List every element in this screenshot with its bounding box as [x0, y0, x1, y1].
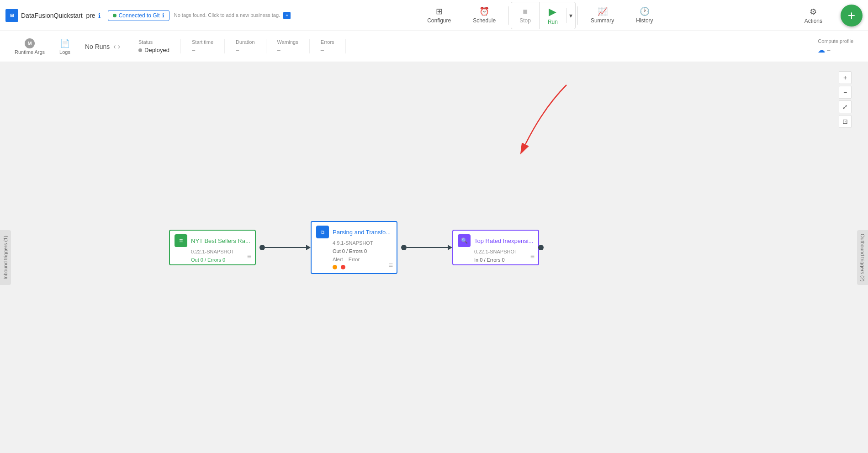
summary-button[interactable]: 📈 Summary — [580, 3, 625, 28]
run-button[interactable]: ▶ Run — [539, 2, 566, 29]
runtime-args-label: Runtime Args — [15, 49, 45, 55]
alert-label: Alert — [333, 257, 343, 262]
cloud-icon: ☁ — [818, 46, 825, 54]
inbound-trigger[interactable]: Inbound triggers (1) — [0, 230, 11, 285]
stop-button[interactable]: ■ Stop — [511, 3, 539, 27]
logs-label: Logs — [59, 49, 70, 55]
next-run-button[interactable]: › — [118, 42, 120, 51]
logs-icon: 📄 — [60, 38, 70, 48]
git-badge[interactable]: Connected to Git ℹ — [108, 10, 169, 21]
transform-node-version: 4.9.1-SNAPSHOT — [312, 240, 397, 248]
header-divider-1 — [508, 6, 509, 25]
git-status-dot — [113, 14, 116, 17]
fit-view-button[interactable]: ⤢ — [839, 100, 852, 113]
history-label: History — [636, 17, 653, 24]
source-node-version: 0.22.1-SNAPSHOT — [170, 249, 255, 256]
compute-profile-value: ☁ – — [818, 46, 830, 54]
stop-label: Stop — [519, 17, 531, 24]
connector-dot-2 — [401, 245, 407, 250]
sink-node-icon: 🔍 — [458, 234, 471, 247]
connector-line-1 — [265, 247, 306, 248]
transform-node-metrics: Out 0 / Errors 0 — [312, 248, 397, 256]
header-center: ⊞ Configure ⏰ Schedule ■ Stop ▶ Run ▾ 📈 … — [291, 2, 790, 29]
logs-button[interactable]: 📄 Logs — [52, 35, 78, 58]
sink-node-title: Top Rated Inexpensi... — [474, 237, 533, 244]
prev-run-button[interactable]: ‹ — [113, 42, 116, 51]
arrow-head-1 — [306, 245, 311, 250]
errors-label: Errors — [321, 39, 334, 45]
transform-node[interactable]: ⧉ Parsing and Transfo... 4.9.1-SNAPSHOT … — [311, 221, 397, 274]
outbound-trigger[interactable]: Outbound triggers (2) — [857, 230, 868, 285]
run-group: ■ Stop ▶ Run ▾ — [511, 2, 576, 29]
duration-value: – — [236, 47, 239, 53]
start-time-column: Start time – — [181, 39, 225, 53]
schedule-button[interactable]: ⏰ Schedule — [462, 3, 507, 28]
source-node-header: ≡ NYT Best Sellers Ra... — [170, 231, 255, 249]
duration-column: Duration – — [225, 39, 266, 53]
app-logo-icon: ⊞ — [5, 9, 18, 22]
sink-node-wrapper: 🔍 Top Rated Inexpensi... 0.22.1-SNAPSHOT… — [452, 230, 539, 265]
history-button[interactable]: 🕐 History — [625, 3, 664, 28]
start-time-label: Start time — [192, 39, 213, 45]
fab-add-button[interactable]: + — [841, 5, 863, 26]
run-dropdown-button[interactable]: ▾ — [566, 8, 575, 23]
status-dot — [138, 48, 142, 52]
configure-button[interactable]: ⊞ Configure — [416, 3, 462, 28]
header-divider-2 — [577, 6, 578, 25]
sink-node[interactable]: 🔍 Top Rated Inexpensi... 0.22.1-SNAPSHOT… — [452, 230, 539, 265]
zoom-out-button[interactable]: − — [839, 86, 852, 99]
run-icon: ▶ — [549, 6, 556, 18]
errors-column: Errors – — [310, 39, 346, 53]
sink-node-version: 0.22.1-SNAPSHOT — [453, 249, 538, 256]
add-tag-icon[interactable]: + — [283, 12, 291, 19]
arrow-head-2 — [448, 245, 452, 250]
status-value: Deployed — [138, 47, 169, 53]
status-column: Status Deployed — [127, 39, 181, 53]
source-node-title: NYT Best Sellers Ra... — [191, 237, 250, 244]
transform-node-menu-icon[interactable]: ≡ — [389, 261, 393, 269]
configure-icon: ⊞ — [436, 6, 443, 16]
connector-dot-1 — [259, 245, 265, 250]
schedule-icon: ⏰ — [479, 6, 489, 16]
connector-line-2 — [407, 247, 448, 248]
git-info-icon[interactable]: ℹ — [162, 12, 164, 19]
header-right: ⚙ Actions + — [794, 3, 863, 28]
top-header: ⊞ DataFusionQuickstart_pre ℹ Connected t… — [0, 0, 868, 31]
error-label: Error — [349, 257, 360, 262]
status-bar: M Runtime Args 📄 Logs No Runs ‹ › Status… — [0, 31, 868, 62]
no-tags-text: No tags found. Click to add a new busine… — [174, 12, 291, 19]
transform-node-icon: ⧉ — [316, 226, 329, 238]
transform-node-wrapper: ⧉ Parsing and Transfo... 4.9.1-SNAPSHOT … — [311, 221, 397, 274]
source-node-menu-icon[interactable]: ≡ — [247, 253, 251, 261]
outbound-trigger-label: Outbound triggers (2) — [860, 234, 865, 282]
source-node-metrics: Out 0 / Errors 0 — [170, 256, 255, 264]
pipeline-canvas-area: Inbound triggers (1) Outbound triggers (… — [0, 62, 868, 453]
error-dot — [341, 265, 345, 269]
history-icon: 🕐 — [640, 6, 650, 16]
compute-profile: Compute profile ☁ – — [810, 38, 861, 54]
transform-node-title: Parsing and Transfo... — [333, 229, 391, 236]
app-logo: ⊞ DataFusionQuickstart_pre ℹ Connected t… — [5, 9, 169, 22]
transform-node-header: ⧉ Parsing and Transfo... — [312, 222, 397, 240]
runtime-args-button[interactable]: M Runtime Args — [7, 35, 52, 58]
sink-node-metrics: In 0 / Errors 0 — [453, 256, 538, 264]
source-node-icon: ≡ — [175, 234, 187, 247]
summary-icon: 📈 — [598, 6, 608, 16]
source-node[interactable]: ≡ NYT Best Sellers Ra... 0.22.1-SNAPSHOT… — [169, 230, 256, 265]
git-badge-text: Connected to Git — [119, 12, 160, 19]
connector-1 — [256, 245, 311, 250]
summary-label: Summary — [591, 17, 614, 24]
compute-profile-label: Compute profile — [818, 38, 853, 44]
sink-node-menu-icon[interactable]: ≡ — [530, 253, 535, 261]
zoom-in-button[interactable]: + — [839, 71, 852, 84]
warnings-value: – — [277, 47, 281, 53]
source-node-wrapper: ≡ NYT Best Sellers Ra... 0.22.1-SNAPSHOT… — [169, 230, 256, 265]
actions-button[interactable]: ⚙ Actions — [794, 3, 833, 28]
inbound-trigger-label: Inbound triggers (1) — [3, 236, 8, 279]
app-info-icon[interactable]: ℹ — [98, 12, 101, 19]
transform-node-alerts: Alert Error — [312, 256, 397, 265]
sink-node-header: 🔍 Top Rated Inexpensi... — [453, 231, 538, 249]
pipeline-flow: ≡ NYT Best Sellers Ra... 0.22.1-SNAPSHOT… — [169, 221, 539, 274]
warnings-label: Warnings — [277, 39, 298, 45]
mini-map-button[interactable]: ⊡ — [839, 115, 852, 128]
